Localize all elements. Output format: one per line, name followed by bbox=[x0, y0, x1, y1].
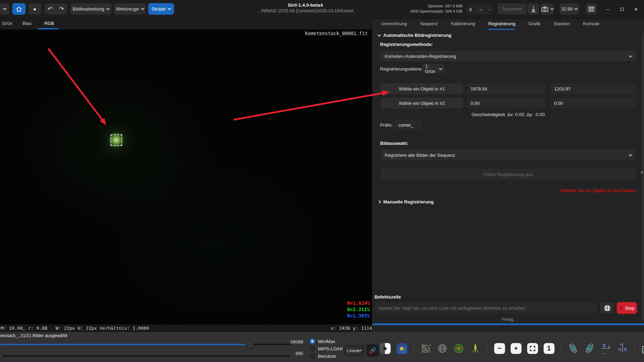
svg-text:R: R bbox=[624, 347, 627, 352]
tab-sequenz[interactable]: Sequenz bbox=[420, 19, 438, 30]
tab-grafik[interactable]: Grafik bbox=[528, 19, 540, 30]
zoom-100-button[interactable]: 1 bbox=[542, 341, 556, 355]
threads-decrease-button[interactable]: − bbox=[477, 7, 485, 13]
green-value: G=2.211% bbox=[347, 306, 370, 313]
scale-mode-value: Linear bbox=[347, 348, 359, 353]
menu-label: Werkzeuge bbox=[116, 6, 139, 12]
rotate-right-button[interactable] bbox=[583, 341, 596, 355]
radio-benutzer[interactable]: Benutzer bbox=[310, 353, 336, 359]
panel-scrollbar[interactable] bbox=[642, 33, 643, 320]
link-channels-button[interactable] bbox=[366, 344, 379, 357]
high-slider-knob[interactable] bbox=[246, 340, 254, 349]
tab-green[interactable]: Grün bbox=[2, 21, 12, 26]
scale-mode-dropdown[interactable]: Linear bbox=[344, 345, 364, 356]
prefix-input[interactable] bbox=[394, 120, 422, 130]
star-toggle-button[interactable]: ★ bbox=[378, 341, 392, 355]
zoom-in-button[interactable]: + bbox=[509, 341, 523, 355]
tab-konsole[interactable]: Konsole bbox=[583, 19, 599, 30]
select-object-1-button[interactable]: Wähle ein Objekt in #1 bbox=[380, 83, 464, 95]
pixel-value-overlay: R=1.624% G=2.211% B=1.365% bbox=[347, 300, 370, 319]
astrometry-button[interactable] bbox=[419, 341, 432, 355]
low-cutoff-value: 895 bbox=[286, 351, 303, 356]
panel-collapse-handle[interactable]: › bbox=[639, 169, 644, 176]
image-selection-dropdown[interactable]: Registriere alle Bilder der Sequenz bbox=[380, 149, 636, 161]
window-title-block: Siril-1.4.0-beta4 ...\NINA\C-2025 A6 (Le… bbox=[197, 2, 414, 13]
redo-icon[interactable]: ↷ bbox=[56, 5, 67, 13]
record-icon: ● bbox=[33, 6, 36, 12]
maximize-button[interactable] bbox=[617, 4, 627, 14]
command-list-button[interactable] bbox=[600, 302, 615, 314]
tab-kalibrierung[interactable]: Kalibrierung bbox=[451, 19, 475, 30]
selection-box[interactable] bbox=[111, 134, 122, 146]
stop-button[interactable]: ✗ Stop bbox=[617, 302, 637, 314]
auto-registration-expander[interactable]: Automatische Bildregistrierung bbox=[378, 33, 451, 38]
manual-registration-expander[interactable]: Manuelle Registrierung bbox=[378, 199, 434, 205]
threads-spinner[interactable]: 8 − + bbox=[466, 4, 494, 15]
prefix-label: Präfix: bbox=[380, 122, 393, 128]
save-button[interactable]: Speichern bbox=[497, 3, 527, 15]
siril-window: ● ↶ ↷ Bildbearbeitung Werkzeuge Skripte … bbox=[0, 0, 644, 362]
flip-vertical-icon: R R bbox=[600, 342, 612, 354]
zoom-in-icon: + bbox=[514, 344, 518, 352]
radio-icon bbox=[310, 353, 315, 359]
run-registration-button[interactable]: Führe Registrierung aus bbox=[380, 168, 636, 181]
minimize-button[interactable]: – bbox=[603, 4, 613, 14]
select-object-2-button[interactable]: Wähle ein Objekt in #2 bbox=[380, 97, 464, 109]
sequence-info: enstack_, 21/21 Bilder ausgewählt bbox=[0, 333, 67, 338]
expander-label: Manuelle Registrierung bbox=[383, 199, 434, 205]
object2-x-input[interactable] bbox=[466, 97, 546, 109]
radio-label: Benutzer bbox=[318, 354, 336, 359]
home-button[interactable] bbox=[12, 3, 26, 15]
snapshot-button[interactable] bbox=[540, 3, 554, 15]
camera-icon bbox=[541, 6, 549, 12]
flip-horizontal-button[interactable]: R R bbox=[616, 341, 629, 355]
tab-registrierung[interactable]: Registrierung bbox=[488, 19, 515, 30]
hamburger-menu-button[interactable] bbox=[585, 3, 597, 15]
flip-horizontal-icon: R R bbox=[617, 342, 629, 354]
quick-menu-button[interactable] bbox=[0, 3, 9, 15]
sequence-frames-button[interactable] bbox=[640, 341, 644, 355]
registration-layer-dropdown[interactable]: 1: Grün bbox=[421, 63, 445, 74]
menu-tools[interactable]: Werkzeuge bbox=[114, 3, 146, 15]
fit-to-view-button[interactable] bbox=[526, 341, 539, 355]
radio-minmax[interactable]: Min/Max bbox=[310, 338, 335, 344]
object2-y-input[interactable] bbox=[550, 97, 636, 109]
record-button[interactable]: ● bbox=[28, 3, 41, 15]
menu-scripts[interactable]: Skripte bbox=[148, 3, 174, 15]
sequence-path: ...\NINA\C-2025 A6 (Lemmon)\2025-10-14\K… bbox=[197, 8, 414, 13]
registration-method-dropdown[interactable]: Kometen-/Asteroiden-Registrierung bbox=[380, 50, 636, 62]
button-label: Wähle ein Objekt in #1 bbox=[399, 86, 445, 92]
image-canvas[interactable]: Kometenstack_00001.fit R=1.624% G=2.211%… bbox=[0, 29, 372, 324]
star-detection-button[interactable]: ★ bbox=[395, 341, 408, 355]
layer-value: 1: Grün bbox=[425, 63, 439, 74]
rotate-left-button[interactable] bbox=[566, 341, 580, 355]
tab-umrechnung[interactable]: Umrechnung bbox=[381, 19, 407, 30]
chevron-down-icon bbox=[629, 54, 632, 58]
minimize-icon: – bbox=[606, 6, 609, 12]
threads-increase-button[interactable]: + bbox=[485, 7, 493, 13]
velocity-label: Geschwindigkeit: Δx: 0.00, Δy: -0.00 bbox=[372, 112, 644, 117]
comet-tracking-button[interactable] bbox=[469, 341, 482, 355]
snapshot-to-clipboard-button[interactable] bbox=[527, 3, 539, 15]
tab-blue[interactable]: Blau bbox=[22, 21, 32, 26]
toolbar-separator bbox=[635, 342, 635, 355]
object1-x-input[interactable] bbox=[466, 83, 546, 95]
method-label: Registrierungsmethode: bbox=[380, 42, 433, 47]
bottom-bar: enstack_, 21/21 Bilder ausgewählt 58088 … bbox=[0, 332, 644, 362]
flip-vertical-button[interactable]: R R bbox=[599, 341, 613, 355]
low-slider-knob[interactable] bbox=[0, 352, 4, 360]
zoom-out-button[interactable]: − bbox=[493, 341, 506, 355]
annotations-button[interactable] bbox=[436, 341, 449, 355]
object1-y-input[interactable] bbox=[550, 83, 636, 95]
tab-stacken[interactable]: Stacken bbox=[553, 19, 570, 30]
radio-mips[interactable]: MIPS-LO/HI bbox=[310, 346, 343, 351]
menu-image-processing[interactable]: Bildbearbeitung bbox=[70, 3, 112, 15]
low-cutoff-slider[interactable] bbox=[0, 355, 291, 357]
bit-depth-dropdown[interactable]: 32 Bit bbox=[559, 3, 579, 15]
close-button[interactable]: ✕ bbox=[631, 4, 641, 14]
command-list-icon bbox=[604, 304, 611, 312]
psf-button[interactable] bbox=[452, 341, 465, 355]
tab-rgb[interactable]: RGB bbox=[44, 21, 54, 26]
command-input[interactable] bbox=[374, 302, 598, 314]
undo-icon[interactable]: ↶ bbox=[45, 5, 56, 13]
